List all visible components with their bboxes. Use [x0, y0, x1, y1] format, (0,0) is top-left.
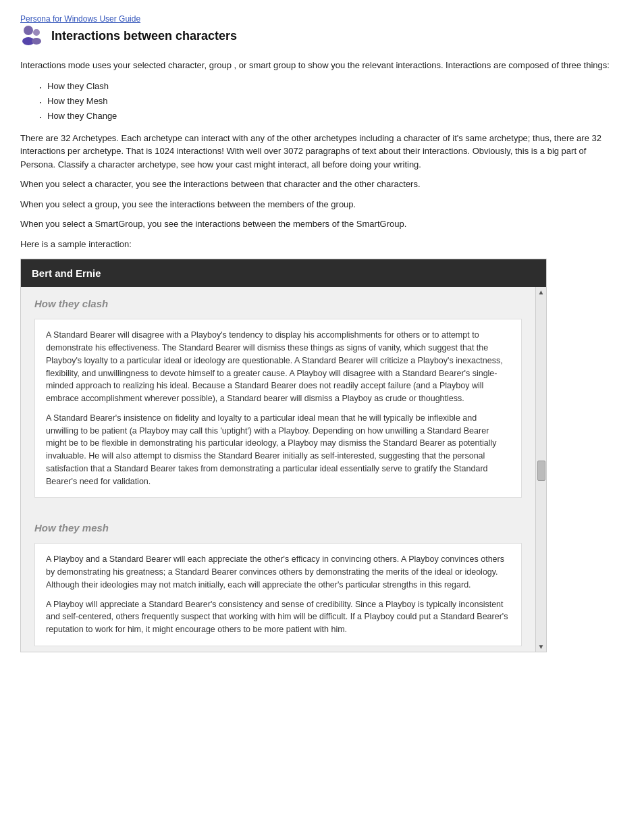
bullets-list: How they Clash How they Mesh How they Ch… [47, 79, 624, 124]
archetypes-paragraph: There are 32 Archetypes. Each archetype … [20, 132, 624, 172]
interaction-box: Bert and Ernie How they clash A Standard… [20, 259, 547, 652]
scroll-up-arrow[interactable]: ▲ [538, 288, 545, 296]
breadcrumb-link[interactable]: Persona for Windows User Guide [20, 14, 140, 24]
interaction-title: Bert and Ernie [32, 267, 101, 279]
bullet-mesh: How they Mesh [47, 94, 624, 109]
select-smartgroup-paragraph: When you select a SmartGroup, you see th… [20, 217, 624, 231]
scroll-down-arrow[interactable]: ▼ [538, 643, 545, 650]
scrollbar[interactable]: ▲ ▼ [535, 287, 546, 652]
interaction-header: Bert and Ernie [21, 259, 546, 287]
interaction-content-scroll[interactable]: How they clash A Standard Bearer will di… [21, 287, 546, 652]
page-header: Interactions between characters [20, 24, 624, 48]
clash-paragraph-1: A Standard Bearer will disagree with a P… [46, 329, 510, 405]
mesh-section-body: A Playboy and a Standard Bearer will eac… [34, 543, 522, 646]
page-title: Interactions between characters [51, 29, 237, 43]
intro-paragraph: Interactions mode uses your selected cha… [20, 59, 624, 72]
interactions-icon [20, 24, 45, 48]
clash-section-body: A Standard Bearer will disagree with a P… [34, 319, 522, 498]
mesh-section: How they mesh A Playboy and a Standard B… [21, 511, 535, 652]
select-group-paragraph: When you select a group, you see the int… [20, 198, 624, 211]
bullet-clash: How they Clash [47, 79, 624, 94]
svg-point-3 [32, 38, 41, 45]
clash-paragraph-2: A Standard Bearer's insistence on fideli… [46, 412, 510, 488]
select-character-paragraph: When you select a character, you see the… [20, 178, 624, 191]
svg-point-2 [33, 29, 40, 36]
mesh-section-title: How they mesh [34, 522, 522, 533]
mesh-paragraph-2: A Playboy will appreciate a Standard Bea… [46, 598, 510, 636]
svg-point-0 [24, 26, 33, 35]
clash-section-title: How they clash [34, 298, 522, 309]
bullet-change: How they Change [47, 109, 624, 124]
mesh-paragraph-1: A Playboy and a Standard Bearer will eac… [46, 553, 510, 591]
scroll-thumb[interactable] [537, 461, 545, 481]
sample-label: Here is a sample interaction: [20, 238, 624, 251]
clash-section: How they clash A Standard Bearer will di… [21, 287, 535, 511]
